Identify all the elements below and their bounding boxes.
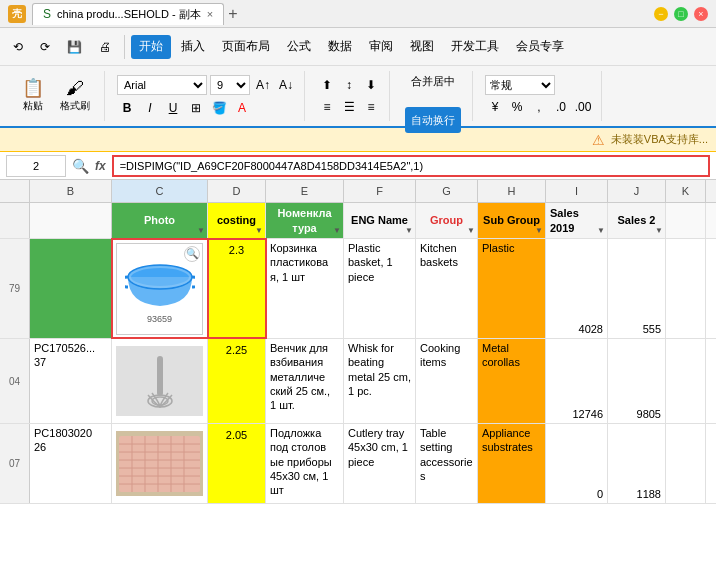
merge-center-button[interactable]: 合并居中 xyxy=(402,59,464,103)
row2-group[interactable]: Cooking items xyxy=(416,339,478,423)
col-header-i[interactable]: I xyxy=(546,180,608,202)
row2-col-b[interactable]: PC170526... 37 xyxy=(30,339,112,423)
header-sales2019[interactable]: Sales 2019 ▼ xyxy=(546,203,608,238)
eng-filter-icon[interactable]: ▼ xyxy=(405,226,413,236)
formula-fx-button[interactable]: fx xyxy=(95,159,106,173)
header-costing[interactable]: costing ▼ xyxy=(208,203,266,238)
row3-subgroup[interactable]: Appliance substrates xyxy=(478,424,546,503)
row2-nomenclature[interactable]: Венчик для взбивания металличе ский 25 с… xyxy=(266,339,344,423)
row1-group[interactable]: Kitchen baskets xyxy=(416,239,478,338)
review-menu-item[interactable]: 审阅 xyxy=(362,33,400,61)
font-name-select[interactable]: Arial xyxy=(117,75,207,95)
col-header-d[interactable]: D xyxy=(208,180,266,202)
format-paste-button[interactable]: 🖌 格式刷 xyxy=(54,74,96,118)
font-color-button[interactable]: A xyxy=(232,98,252,118)
add-tab-button[interactable]: + xyxy=(228,5,237,23)
align-left-button[interactable]: ≡ xyxy=(317,97,337,117)
photo-filter-icon[interactable]: ▼ xyxy=(197,226,205,236)
insert-menu-item[interactable]: 插入 xyxy=(174,33,212,61)
cell-reference-input[interactable] xyxy=(6,155,66,177)
header-col-b[interactable] xyxy=(30,203,112,238)
row1-photo-cell[interactable]: 93659 🔍 xyxy=(112,239,208,338)
border-button[interactable]: ⊞ xyxy=(186,98,206,118)
header-subgroup[interactable]: Sub Group ▼ xyxy=(478,203,546,238)
row2-sales2[interactable]: 9805 xyxy=(608,339,666,423)
dev-menu-item[interactable]: 开发工具 xyxy=(444,33,506,61)
auto-wrap-button[interactable]: 自动换行 xyxy=(405,107,461,133)
formula-menu-item[interactable]: 公式 xyxy=(280,33,318,61)
col-header-e[interactable]: E xyxy=(266,180,344,202)
magnify-button[interactable]: 🔍 xyxy=(184,246,200,262)
save-button[interactable]: 💾 xyxy=(60,33,89,61)
costing-filter-icon[interactable]: ▼ xyxy=(255,226,263,236)
currency-button[interactable]: ¥ xyxy=(485,97,505,117)
row2-subgroup[interactable]: Metal corollas xyxy=(478,339,546,423)
col-header-h[interactable]: H xyxy=(478,180,546,202)
align-top-button[interactable]: ⬆ xyxy=(317,75,337,95)
header-group[interactable]: Group ▼ xyxy=(416,203,478,238)
redo-button[interactable]: ⟳ xyxy=(33,33,57,61)
row3-group[interactable]: Table setting accessories xyxy=(416,424,478,503)
start-menu-item[interactable]: 开始 xyxy=(131,35,171,59)
row3-col-b[interactable]: PC1803020 26 xyxy=(30,424,112,503)
row1-nomenclature[interactable]: Корзинка пластикова я, 1 шт xyxy=(266,239,344,338)
header-sales2[interactable]: Sales 2 ▼ xyxy=(608,203,666,238)
row3-nomenclature[interactable]: Подложка под столов ые приборы 45x30 см,… xyxy=(266,424,344,503)
print-button[interactable]: 🖨 xyxy=(92,33,118,61)
sales2019-filter-icon[interactable]: ▼ xyxy=(597,226,605,236)
row3-sales2[interactable]: 1188 xyxy=(608,424,666,503)
row3-costing[interactable]: 2.05 xyxy=(208,424,266,503)
undo-button[interactable]: ⟲ xyxy=(6,33,30,61)
number-format-select[interactable]: 常规 xyxy=(485,75,555,95)
close-button[interactable]: × xyxy=(694,7,708,21)
row2-eng[interactable]: Whisk for beating metal 25 cm, 1 pc. xyxy=(344,339,416,423)
view-menu-item[interactable]: 视图 xyxy=(403,33,441,61)
dec-decrease-button[interactable]: .00 xyxy=(573,97,593,117)
increase-font-button[interactable]: A↑ xyxy=(253,75,273,95)
row2-photo-cell[interactable] xyxy=(112,339,208,423)
subgroup-filter-icon[interactable]: ▼ xyxy=(535,226,543,236)
row1-subgroup[interactable]: Plastic xyxy=(478,239,546,338)
dec-increase-button[interactable]: .0 xyxy=(551,97,571,117)
row1-eng[interactable]: Plastic basket, 1 piece xyxy=(344,239,416,338)
align-center-button[interactable]: ☰ xyxy=(339,97,359,117)
col-header-k[interactable]: K xyxy=(666,180,706,202)
page-layout-menu-item[interactable]: 页面布局 xyxy=(215,33,277,61)
italic-button[interactable]: I xyxy=(140,98,160,118)
fill-button[interactable]: 🪣 xyxy=(209,98,229,118)
row2-sales2019[interactable]: 12746 xyxy=(546,339,608,423)
row3-sales2019[interactable]: 0 xyxy=(546,424,608,503)
align-right-button[interactable]: ≡ xyxy=(361,97,381,117)
decrease-font-button[interactable]: A↓ xyxy=(276,75,296,95)
maximize-button[interactable]: □ xyxy=(674,7,688,21)
group-filter-icon[interactable]: ▼ xyxy=(467,226,475,236)
row1-sales2[interactable]: 555 xyxy=(608,239,666,338)
minimize-button[interactable]: − xyxy=(654,7,668,21)
thousands-button[interactable]: , xyxy=(529,97,549,117)
underline-button[interactable]: U xyxy=(163,98,183,118)
row3-eng[interactable]: Cutlery tray 45x30 cm, 1 piece xyxy=(344,424,416,503)
tab-close-icon[interactable]: × xyxy=(207,8,213,20)
row1-col-b[interactable] xyxy=(30,239,112,338)
formula-input[interactable] xyxy=(112,155,710,177)
row2-costing[interactable]: 2.25 xyxy=(208,339,266,423)
paste-button[interactable]: 📋 粘贴 xyxy=(16,74,50,118)
align-bottom-button[interactable]: ⬇ xyxy=(361,75,381,95)
formula-search-icon[interactable]: 🔍 xyxy=(72,158,89,174)
font-size-select[interactable]: 9 xyxy=(210,75,250,95)
col-header-f[interactable]: F xyxy=(344,180,416,202)
col-header-g[interactable]: G xyxy=(416,180,478,202)
row3-photo-cell[interactable] xyxy=(112,424,208,503)
row1-sales2019[interactable]: 4028 xyxy=(546,239,608,338)
data-menu-item[interactable]: 数据 xyxy=(321,33,359,61)
document-tab[interactable]: S china produ...SEHOLD - 副本 × xyxy=(32,3,224,25)
sales2-filter-icon[interactable]: ▼ xyxy=(655,226,663,236)
col-header-b[interactable]: B xyxy=(30,180,112,202)
col-header-j[interactable]: J xyxy=(608,180,666,202)
nom-filter-icon[interactable]: ▼ xyxy=(333,226,341,236)
col-header-c[interactable]: C xyxy=(112,180,208,202)
header-nomenclature[interactable]: Номенкла тура ▼ xyxy=(266,203,344,238)
header-photo[interactable]: Photo ▼ xyxy=(112,203,208,238)
member-menu-item[interactable]: 会员专享 xyxy=(509,33,571,61)
header-eng[interactable]: ENG Name ▼ xyxy=(344,203,416,238)
